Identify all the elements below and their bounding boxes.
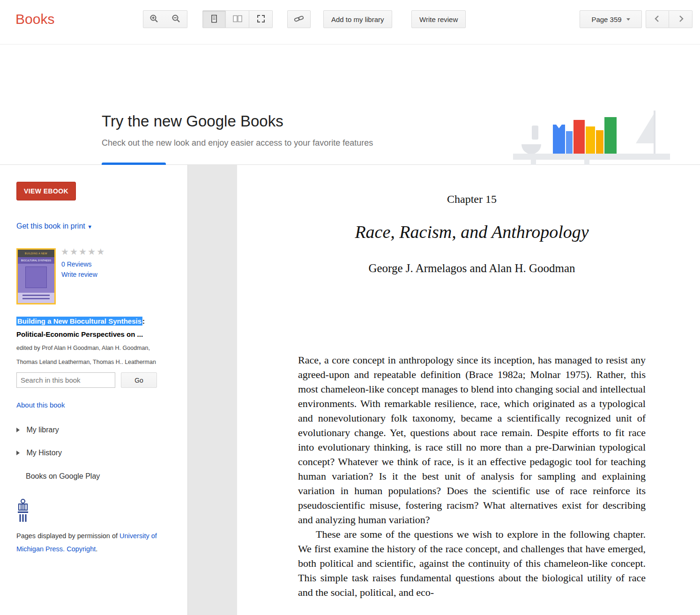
google-books-app: Books (0, 0, 700, 615)
body-text: Race, a core concept in anthropology sin… (298, 353, 646, 600)
sail-shape (636, 114, 654, 143)
add-to-library-button[interactable]: Add to my library (323, 10, 392, 28)
chevron-down-icon (626, 18, 630, 21)
watering-can-shape (532, 126, 538, 140)
permission-text: Pages displayed by permission of (16, 532, 119, 540)
header: Books (0, 0, 700, 44)
zoom-out-button[interactable] (165, 10, 187, 28)
triangle-right-icon (16, 428, 20, 432)
book-title-highlighted: Building a New Biocultural Synthesis (16, 317, 142, 326)
single-page-view-button[interactable] (202, 10, 226, 28)
green-book-shape (604, 117, 617, 154)
bowl-shape (521, 144, 541, 154)
zoom-in-button[interactable] (143, 10, 165, 28)
promo-title: Try the new Google Books (102, 112, 283, 130)
chevron-left-icon (653, 14, 662, 25)
search-input[interactable] (16, 372, 115, 388)
sidebar: VIEW EBOOK Get this book in print ▼ BUIL… (0, 165, 187, 615)
cover-title-line1: BUILDING A NEW (18, 250, 54, 257)
publisher-logo-icon (16, 498, 30, 526)
triangle-right-icon (16, 451, 20, 455)
paragraph-2: These are some of the questions we wish … (298, 527, 646, 600)
chevron-right-icon (676, 14, 685, 25)
fullscreen-icon (256, 14, 266, 25)
my-library-label: My library (26, 426, 59, 434)
paragraph-1: Race, a core concept in anthropology sin… (298, 353, 646, 527)
view-ebook-button[interactable]: VIEW EBOOK (16, 182, 76, 200)
write-review-link[interactable]: Write review (61, 271, 97, 278)
edited-by-line1: edited by Prof Alan H Goodman, Alan H. G… (16, 345, 176, 351)
zoom-out-icon (171, 14, 181, 25)
chapter-title: Race, Racism, and Anthropology (298, 222, 646, 242)
copyright-link[interactable]: Copyright (67, 545, 96, 553)
reviews-count-link[interactable]: 0 Reviews (61, 260, 92, 268)
write-review-button[interactable]: Write review (411, 10, 466, 28)
cover-author-lines (18, 293, 54, 303)
two-page-icon (232, 14, 243, 25)
book-cover-thumbnail[interactable]: BUILDING A NEW BIOCULTURAL SYNTHESIS (16, 248, 56, 304)
about-this-book-link[interactable]: About this book (16, 401, 65, 409)
table-top-shape (513, 154, 670, 160)
chapter-authors: George J. Armelagos and Alan H. Goodman (298, 262, 646, 275)
page-viewer: Chapter 15 Race, Racism, and Anthropolog… (187, 165, 700, 615)
star-rating[interactable]: ★★★★★ (61, 246, 105, 257)
light-blue-book-shape (566, 131, 573, 154)
book-title: Building a New Biocultural Synthesis: Po… (16, 315, 171, 341)
blue-book-shape (553, 125, 565, 154)
cover-image (25, 267, 47, 288)
book-page[interactable]: Chapter 15 Race, Racism, and Anthropolog… (237, 165, 700, 615)
promo-subtitle: Check out the new look and enjoy easier … (102, 138, 373, 148)
my-library-toggle[interactable]: My library (16, 426, 59, 434)
zoom-in-icon (149, 14, 159, 25)
previous-page-button[interactable] (646, 10, 669, 28)
book-page-content: Chapter 15 Race, Racism, and Anthropolog… (298, 193, 646, 600)
my-history-toggle[interactable]: My History (16, 449, 62, 457)
go-button[interactable]: Go (121, 372, 157, 388)
chapter-heading: Chapter 15 (298, 193, 646, 206)
books-on-google-play-link[interactable]: Books on Google Play (26, 472, 100, 481)
get-link-button[interactable] (287, 10, 311, 28)
cover-title-line2: BIOCULTURAL SYNTHESIS (18, 257, 54, 264)
search-in-book: Go (16, 372, 157, 388)
edited-by-line2: Thomas Leland Leatherman, Thomas H.. Lea… (16, 359, 176, 365)
red-book-shape (573, 120, 585, 154)
permission-notice: Pages displayed by permission of Univers… (16, 529, 180, 556)
chevron-down-icon: ▼ (87, 224, 92, 230)
get-book-in-print-link[interactable]: Get this book in print ▼ (16, 222, 92, 230)
link-icon (294, 14, 304, 25)
page-select-label: Page 359 (591, 15, 621, 23)
yellow-book-shape (586, 126, 595, 154)
orange-book-shape (596, 130, 603, 154)
next-page-button[interactable] (669, 10, 693, 28)
page-select-dropdown[interactable]: Page 359 (580, 10, 642, 28)
book-title-line2: Political-Economic Perspectives on ... (16, 330, 143, 338)
books-logo[interactable]: Books (15, 11, 54, 27)
two-page-view-button[interactable] (226, 10, 249, 28)
promo-banner: Try the new Google Books Check out the n… (0, 44, 700, 165)
single-page-icon (209, 14, 219, 25)
my-history-label: My History (26, 449, 62, 457)
sail-mast-shape (654, 111, 655, 154)
fullscreen-button[interactable] (249, 10, 273, 28)
